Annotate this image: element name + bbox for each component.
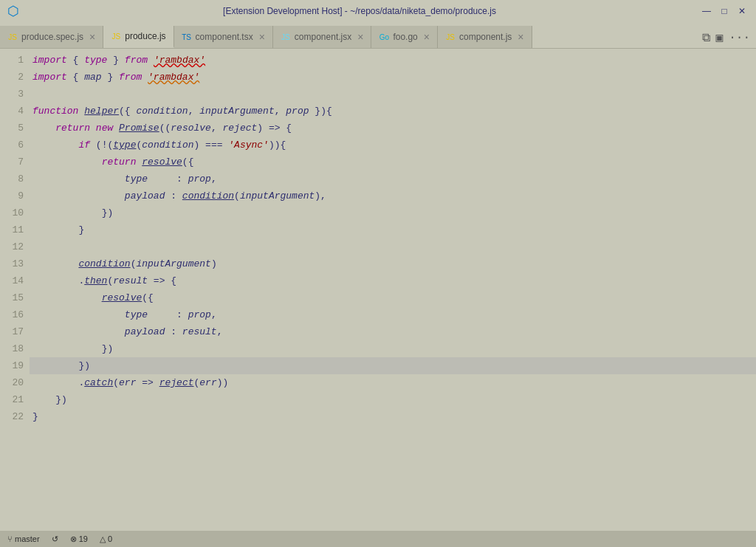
tab-component-js[interactable]: JS component.js × xyxy=(438,26,532,48)
code-line-14: .then(result => { xyxy=(30,272,756,289)
errors-label: ⊗ 19 xyxy=(70,534,88,544)
tab-close[interactable]: × xyxy=(518,31,523,43)
code-line-15: resolve({ xyxy=(30,289,756,306)
tab-close[interactable]: × xyxy=(424,31,430,43)
tab-produce[interactable]: JS produce.js xyxy=(103,26,173,48)
sync-icon: ↺ xyxy=(52,534,58,544)
git-branch-label: master xyxy=(15,534,40,543)
tab-label-active: produce.js xyxy=(125,31,165,41)
tab-label: produce.spec.js xyxy=(21,32,83,42)
tab-close[interactable]: × xyxy=(89,31,95,43)
vscode-icon: ⬡ xyxy=(7,3,19,19)
code-line-3 xyxy=(30,86,756,103)
warnings-label: △ 0 xyxy=(100,534,112,544)
code-line-20: .catch(err => reject(err)) xyxy=(30,374,756,391)
code-line-7: return resolve({ xyxy=(30,154,756,171)
title-bar: ⬡ [Extension Development Host] - ~/repos… xyxy=(0,0,756,22)
code-line-5: return new Promise((resolve, reject) => … xyxy=(30,120,756,137)
tab-close[interactable]: × xyxy=(259,31,265,43)
code-line-22: } xyxy=(30,408,756,425)
code-line-12 xyxy=(30,238,756,255)
tab-produce-spec[interactable]: JS produce.spec.js × xyxy=(0,26,103,48)
title-bar-left: ⬡ xyxy=(7,3,19,19)
maximize-button[interactable]: □ xyxy=(718,4,731,18)
code-line-18: }) xyxy=(30,340,756,357)
tab-component-jsx[interactable]: JS component.jsx × xyxy=(273,26,372,48)
toggle-panel-icon[interactable]: ▣ xyxy=(716,30,724,45)
window-title: [Extension Development Host] - ~/repos/d… xyxy=(223,6,496,16)
tab-icon-go: Go xyxy=(379,32,389,42)
tab-icon-js3: JS xyxy=(445,32,456,42)
tab-close[interactable]: × xyxy=(357,31,363,43)
warnings-count[interactable]: △ 0 xyxy=(100,534,112,544)
code-line-8: type : prop, xyxy=(30,171,756,188)
close-button[interactable]: ✕ xyxy=(735,4,749,18)
tab-icon-jsx: JS xyxy=(281,32,291,42)
more-actions-icon[interactable]: ··· xyxy=(729,31,750,44)
code-line-2: import { map } from 'rambdax' xyxy=(30,69,756,86)
code-line-19: }) xyxy=(30,357,756,374)
code-line-4: function helper({ condition, inputArgume… xyxy=(30,103,756,120)
tab-component-tsx[interactable]: TS component.tsx × xyxy=(174,26,273,48)
code-line-6: if (!(type(condition) === 'Async')){ xyxy=(30,137,756,154)
code-line-13: condition(inputArgument) xyxy=(30,255,756,272)
line-numbers: 1 2 3 4 5 6 7 8 9 10 11 12 13 14 15 16 1… xyxy=(0,49,30,531)
tab-label: component.jsx xyxy=(295,32,351,42)
code-line-10: }) xyxy=(30,204,756,221)
editor: 1 2 3 4 5 6 7 8 9 10 11 12 13 14 15 16 1… xyxy=(0,49,756,531)
code-line-11: } xyxy=(30,221,756,238)
tab-icon-js2: JS xyxy=(111,31,121,41)
status-bar: ⑂ master ↺ ⊗ 19 △ 0 xyxy=(0,531,756,547)
code-line-9: payload : condition(inputArgument), xyxy=(30,188,756,204)
code-line-17: payload : result, xyxy=(30,323,756,340)
code-line-21: }) xyxy=(30,391,756,408)
tab-label: foo.go xyxy=(393,32,417,42)
tab-icon-js: JS xyxy=(7,32,18,42)
tab-label: component.tsx xyxy=(196,32,253,42)
code-area[interactable]: import { type } from 'rambdax' import { … xyxy=(30,49,756,531)
window-controls: — □ ✕ xyxy=(700,4,749,18)
tab-label: component.js xyxy=(459,32,512,42)
tabs-right-controls: ⧉ ▣ ··· xyxy=(702,30,756,48)
tabs-bar: JS produce.spec.js × JS produce.js TS co… xyxy=(0,22,756,49)
code-line-1: import { type } from 'rambdax' xyxy=(30,52,756,69)
tab-icon-tsx: TS xyxy=(182,32,192,42)
errors-count[interactable]: ⊗ 19 xyxy=(70,534,88,544)
code-line-16: type : prop, xyxy=(30,306,756,323)
git-branch[interactable]: ⑂ master xyxy=(7,534,40,543)
tab-foo-go[interactable]: Go foo.go × xyxy=(371,26,438,48)
sync-status[interactable]: ↺ xyxy=(52,534,58,544)
split-editor-icon[interactable]: ⧉ xyxy=(702,31,710,45)
git-branch-icon: ⑂ xyxy=(7,534,13,543)
minimize-button[interactable]: — xyxy=(700,4,713,18)
